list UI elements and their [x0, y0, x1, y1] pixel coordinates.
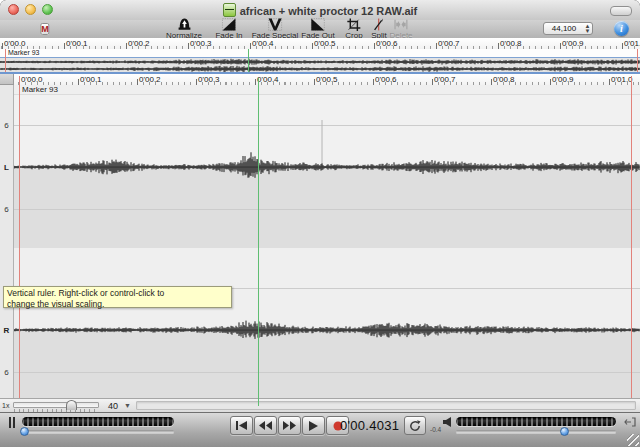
- rewind-button[interactable]: [254, 416, 277, 435]
- fast-forward-button[interactable]: [278, 416, 301, 435]
- speaker-icon[interactable]: [443, 417, 453, 427]
- input-meter-icon: [9, 417, 15, 428]
- ruler-tick-label: 0'00.9: [552, 75, 574, 84]
- marker-line-end[interactable]: [631, 76, 632, 398]
- ruler-tick-label: 0'00.8: [500, 39, 522, 48]
- input-volume-thumb[interactable]: [20, 427, 29, 436]
- overview-marker-line-end[interactable]: [637, 49, 638, 72]
- overview-marker-line-start[interactable]: [5, 49, 6, 72]
- left-channel-waveform: [14, 95, 640, 248]
- fade-special-button[interactable]: Fade Special: [252, 18, 299, 40]
- fade-in-icon: [221, 18, 236, 31]
- ruler-tick-label: 0'00.1: [80, 75, 102, 84]
- zoom-slider-thumb[interactable]: [66, 400, 77, 410]
- toolbar: M Add Marker Normalize Fade In Fade Spec…: [0, 20, 640, 39]
- ruler-tick-label: 0'00.5: [314, 39, 336, 48]
- crop-button[interactable]: Crop: [345, 18, 362, 40]
- channel-label: L: [0, 163, 13, 172]
- zoom-value: 40: [108, 401, 118, 411]
- transport-buttons: [230, 416, 349, 435]
- window-title-group: african + white proctor 12 RAW.aif: [0, 3, 640, 18]
- fade-in-button[interactable]: Fade In: [215, 18, 242, 40]
- stepper-arrows-icon: ▲▼: [584, 24, 591, 33]
- tooltip: Vertical ruler. Right-click or control-c…: [3, 286, 232, 308]
- ruler-tick-label: 0'01.0: [611, 75, 633, 84]
- ruler-tick-label: 0'00.3: [190, 39, 212, 48]
- add-marker-icon: M: [40, 23, 50, 35]
- normalize-icon: [176, 18, 191, 31]
- ruler-tick-label: 0'00.7: [438, 39, 460, 48]
- overview-waveform-strip[interactable]: [0, 58, 640, 72]
- fade-special-icon: [267, 18, 282, 31]
- right-channel-waveform: [14, 248, 640, 398]
- sample-rate-value: 44,100: [552, 24, 576, 33]
- main-marker-row[interactable]: Marker 93: [14, 85, 640, 95]
- split-button[interactable]: Split: [371, 18, 387, 40]
- delete-icon: [394, 18, 409, 31]
- input-volume-slider[interactable]: [22, 430, 174, 433]
- window-title: african + white proctor 12 RAW.aif: [240, 5, 418, 17]
- ruler-tick-label: 0'00.5: [316, 75, 338, 84]
- ruler-tick-label: 0'00.4: [257, 75, 279, 84]
- ruler-tick-label: 0'00.0: [4, 39, 26, 48]
- toolbar-toggle-button[interactable]: [610, 6, 632, 16]
- play-button[interactable]: [302, 416, 325, 435]
- info-button[interactable]: i: [614, 21, 629, 36]
- vertical-zoom-label: 1x: [2, 402, 9, 409]
- ruler-tick-label: 0'00.8: [493, 75, 515, 84]
- main-marker-label: Marker 93: [22, 85, 58, 95]
- ruler-tick-label: 0'00.9: [562, 39, 584, 48]
- horizontal-scrollbar[interactable]: [136, 401, 636, 410]
- play-icon: [309, 421, 318, 431]
- scale-tick-label: 6: [0, 205, 13, 214]
- ruler-tick-label: 0'00.6: [376, 39, 398, 48]
- ruler-tick-label: 0'00.3: [198, 75, 220, 84]
- delete-button[interactable]: Delete: [389, 18, 412, 40]
- scale-tick-label: 6: [0, 121, 13, 130]
- loop-icon: [409, 420, 421, 432]
- ruler-tick-label: 0'00.2: [139, 75, 161, 84]
- normalize-button[interactable]: Normalize: [166, 18, 202, 40]
- ruler-tick-label: 0'00.6: [375, 75, 397, 84]
- marker-line-93[interactable]: [19, 76, 20, 398]
- overview-marker-label: Marker 93: [8, 49, 40, 57]
- ruler-tick-label: 0'00.7: [434, 75, 456, 84]
- go-to-start-button[interactable]: [230, 416, 253, 435]
- time-display: 0'00.4031: [340, 418, 400, 433]
- zoom-value-dropdown-icon[interactable]: ▼: [124, 402, 131, 409]
- tooltip-line2: change the visual scaling.: [7, 299, 228, 310]
- ruler-tick-label: 0'00.0: [21, 75, 43, 84]
- ruler-tick-label: 0'01.0: [624, 39, 640, 48]
- channel-label: R: [0, 326, 13, 335]
- ruler-tick-label: 0'00.4: [252, 39, 274, 48]
- output-volume-thumb[interactable]: [560, 427, 569, 436]
- app-window: african + white proctor 12 RAW.aif M Add…: [0, 0, 640, 447]
- sample-rate-select[interactable]: 44,100 ▲▼: [543, 22, 593, 35]
- loop-button[interactable]: [404, 416, 426, 435]
- right-channel-lane[interactable]: [14, 248, 640, 398]
- zoom-slider-track[interactable]: [13, 402, 99, 408]
- playhead[interactable]: [258, 78, 259, 406]
- zoom-bar: 1x 40 ▼: [0, 398, 640, 412]
- overview-marker-row[interactable]: Marker 93: [0, 49, 640, 58]
- fade-out-button[interactable]: Fade Out: [301, 18, 334, 40]
- output-volume-db: -0.4: [430, 426, 441, 433]
- scale-tick-label: 6: [0, 368, 13, 377]
- vertical-ruler[interactable]: 6L66R6: [0, 85, 14, 398]
- ruler-tick-label: 0'00.2: [128, 39, 150, 48]
- audio-file-icon: [223, 3, 236, 17]
- fade-out-icon: [310, 18, 325, 31]
- output-level-meter: [456, 417, 616, 426]
- overview-waveform: [0, 58, 640, 72]
- tooltip-line1: Vertical ruler. Right-click or control-c…: [7, 288, 228, 299]
- resize-grip[interactable]: [627, 434, 639, 446]
- crop-icon: [347, 18, 362, 31]
- input-level-meter: [22, 417, 174, 426]
- split-icon: [372, 18, 387, 31]
- left-channel-lane[interactable]: [14, 95, 640, 248]
- output-route-icon: [624, 417, 636, 427]
- ruler-tick-label: 0'00.1: [66, 39, 88, 48]
- overview-playhead[interactable]: [248, 49, 249, 72]
- output-volume-slider[interactable]: [456, 430, 616, 433]
- ruler-gutter-box: [0, 74, 14, 85]
